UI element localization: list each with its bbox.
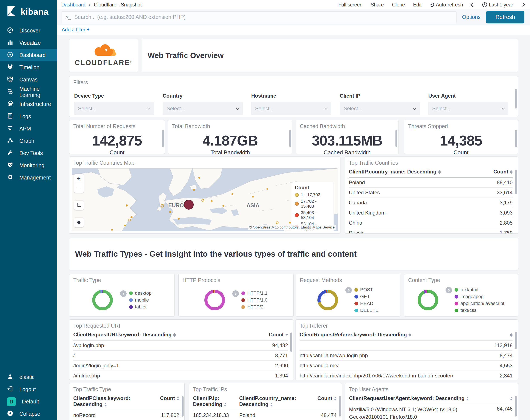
legend-item[interactable]: application/javascript — [455, 301, 504, 306]
map-dot[interactable] — [111, 229, 113, 231]
panel-scrollbar[interactable] — [162, 130, 164, 147]
map-dot[interactable] — [289, 222, 291, 224]
sidebar-item-dashboard[interactable]: Dashboard — [0, 49, 57, 61]
sort-icon[interactable] — [177, 397, 179, 400]
full-screen-button[interactable]: Full screen — [338, 2, 362, 8]
sort-icon[interactable] — [510, 170, 513, 174]
panel-scrollbar[interactable] — [290, 332, 292, 352]
device-type-select[interactable]: Select... — [74, 102, 154, 115]
legend-item[interactable]: POST — [354, 287, 379, 293]
map-dot[interactable] — [276, 221, 279, 224]
country-select[interactable]: Select... — [163, 102, 243, 115]
search-input[interactable] — [74, 14, 452, 20]
legend-item[interactable]: HTTP/2 — [241, 304, 267, 310]
sort-icon[interactable] — [510, 333, 513, 337]
user-agent-select[interactable]: Select... — [428, 102, 508, 115]
legend-item[interactable]: tablet — [129, 304, 151, 310]
donut-chart[interactable] — [92, 290, 113, 310]
sidebar-item-canvas[interactable]: Canvas — [0, 74, 57, 86]
legend-item[interactable]: HTTP/1.0 — [241, 297, 267, 303]
legend-item[interactable]: DELETE — [354, 308, 379, 313]
share-button[interactable]: Share — [371, 2, 384, 8]
panel-scrollbar[interactable] — [289, 130, 291, 147]
sort-icon[interactable] — [438, 170, 441, 174]
panel-scrollbar[interactable] — [515, 396, 517, 417]
sidebar-item-visualize[interactable]: Visualize — [0, 37, 57, 49]
sort-icon[interactable] — [466, 397, 469, 400]
legend-item[interactable]: text/html — [455, 287, 504, 293]
legend-item[interactable]: GET — [354, 294, 379, 300]
legend-item[interactable]: image/jpeg — [455, 294, 504, 300]
sidebar-item-infrastructure[interactable]: Infrastructure — [0, 98, 57, 110]
map-dot[interactable] — [193, 189, 195, 191]
legend-item[interactable]: HEAD — [354, 301, 379, 306]
sort-icon[interactable] — [285, 334, 288, 336]
add-filter-link[interactable]: Add a filter + — [62, 27, 90, 33]
panel-scrollbar[interactable] — [182, 396, 184, 417]
time-range-picker[interactable]: Last 1 year — [482, 2, 513, 8]
edit-button[interactable]: Edit — [413, 2, 422, 8]
legend-item[interactable]: mobile — [129, 297, 151, 303]
donut-chart[interactable] — [317, 290, 338, 310]
sidebar-collapse[interactable]: Collapse — [0, 408, 57, 420]
map-dot[interactable] — [126, 204, 128, 207]
sidebar-item-graph[interactable]: Graph — [0, 135, 57, 147]
auto-refresh-button[interactable]: Auto-refresh — [430, 2, 463, 8]
map-dot[interactable] — [201, 199, 204, 202]
map-dot[interactable] — [211, 200, 213, 202]
sidebar-item-logs[interactable]: Logs — [0, 110, 57, 122]
legend-expand-icon[interactable] — [445, 287, 452, 293]
breadcrumb-dashboard-link[interactable]: Dashboard — [61, 2, 86, 8]
time-forward-button[interactable] — [521, 3, 524, 6]
map-dot[interactable] — [161, 204, 164, 208]
panel-scrollbar[interactable] — [515, 130, 517, 147]
sidebar-space-default[interactable]: D Default — [0, 395, 57, 408]
panel-scrollbar[interactable] — [515, 89, 517, 108]
legend-item[interactable]: 17,702 - 35,403 — [295, 199, 331, 209]
map-dot[interactable] — [128, 219, 131, 221]
sort-icon[interactable] — [510, 397, 513, 400]
panel-scrollbar[interactable] — [515, 170, 517, 194]
sidebar-item-timelion[interactable]: Timelion — [0, 61, 57, 74]
panel-scrollbar[interactable] — [339, 396, 341, 417]
sidebar-user[interactable]: elastic — [0, 371, 57, 383]
legend-item[interactable]: desktop — [129, 290, 151, 296]
sort-icon[interactable] — [270, 403, 273, 406]
sidebar-logout[interactable]: Logout — [0, 383, 57, 395]
zoom-out-button[interactable]: − — [74, 183, 84, 193]
client-ip-select[interactable]: Select... — [340, 102, 420, 115]
sidebar-item-discover[interactable]: Discover — [0, 25, 57, 37]
map-dot[interactable] — [222, 205, 224, 207]
clone-button[interactable]: Clone — [392, 2, 405, 8]
hostname-select[interactable]: Select... — [251, 102, 331, 115]
legend-item[interactable]: HTTP/1.1 — [241, 290, 267, 296]
sidebar-item-monitoring[interactable]: Monitoring — [0, 159, 57, 172]
sidebar-item-apm[interactable]: APM — [0, 122, 57, 135]
donut-chart[interactable] — [204, 290, 225, 310]
zoom-in-button[interactable]: + — [74, 174, 84, 183]
sort-icon[interactable] — [224, 403, 227, 406]
legend-expand-icon[interactable] — [232, 290, 239, 297]
legend-expand-icon[interactable] — [120, 290, 127, 297]
sort-icon[interactable] — [334, 397, 337, 400]
legend-item[interactable]: 1 - 17,702 — [295, 192, 331, 197]
world-map[interactable]: + − EUROPE ASIA — [72, 168, 338, 231]
legend-item[interactable]: text/css — [455, 308, 504, 313]
map-bubble-poland[interactable] — [184, 200, 194, 210]
time-back-button[interactable] — [471, 3, 474, 6]
sidebar-item-machine-learning[interactable]: Machine Learning — [0, 86, 57, 98]
refresh-button[interactable]: Refresh — [486, 11, 524, 23]
map-dot[interactable] — [169, 211, 171, 213]
donut-chart[interactable] — [418, 290, 438, 310]
map-dot[interactable] — [252, 196, 254, 197]
map-dot[interactable] — [178, 218, 180, 220]
sort-icon[interactable] — [409, 333, 411, 337]
sidebar-item-dev-tools[interactable]: Dev Tools — [0, 147, 57, 159]
polygon-tool-button[interactable] — [74, 218, 84, 227]
sort-icon[interactable] — [173, 333, 176, 337]
sidebar-item-management[interactable]: Management — [0, 172, 57, 184]
legend-item[interactable]: 35,403 - 53,104 — [295, 210, 331, 220]
map-dot[interactable] — [198, 177, 200, 179]
sort-icon[interactable] — [104, 403, 107, 406]
map-dot[interactable] — [131, 216, 132, 218]
